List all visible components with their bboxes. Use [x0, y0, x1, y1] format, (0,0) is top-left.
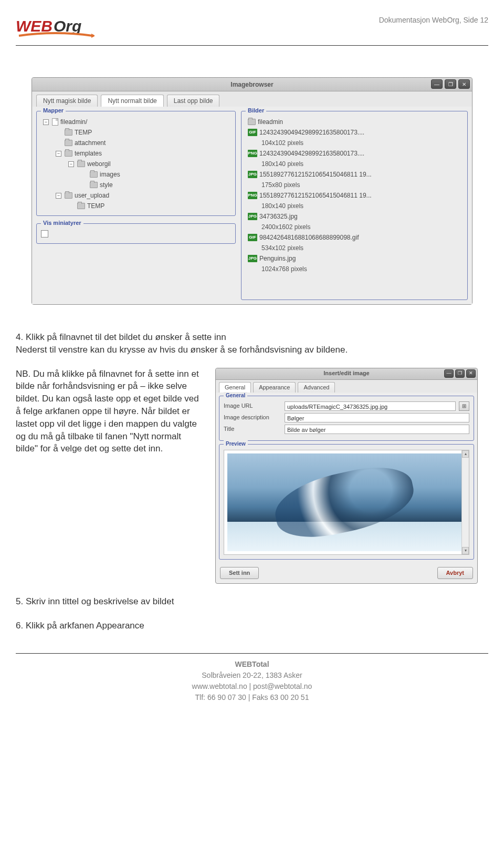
file-entry[interactable]: fileadmin: [246, 117, 463, 127]
thumbnails-checkbox[interactable]: [41, 230, 48, 238]
scroll-up-icon[interactable]: ▴: [462, 450, 469, 458]
tab-magic-image[interactable]: Nytt magisk bilde: [36, 95, 98, 107]
file-dimensions: 104x102 pixels: [248, 138, 463, 148]
folder-icon: [65, 129, 72, 136]
file-entry[interactable]: GIF98424264816881068688899098.gif534x102…: [246, 232, 463, 253]
tree-node[interactable]: images: [41, 169, 231, 180]
image-url-input[interactable]: uploads/RTEmagicC_34736325.jpg.jpg: [285, 401, 456, 411]
tree-node[interactable]: attachment: [41, 138, 231, 148]
folder-icon: [65, 192, 72, 199]
folder-icon: [77, 161, 85, 167]
gif-icon: GIF: [248, 129, 257, 136]
file-icon: [52, 118, 58, 126]
folder-tree: −fileadmin/TEMPattachment−templates−webo…: [41, 117, 231, 211]
image-title-input[interactable]: Bilde av bølger: [285, 425, 469, 434]
png-icon: PNG: [248, 192, 257, 199]
expand-icon[interactable]: −: [56, 193, 61, 199]
tab-upload-image[interactable]: Last opp bilde: [167, 95, 220, 107]
file-entry[interactable]: PNG1551892776121521065415046811 19...180…: [246, 190, 463, 211]
png-icon: PNG: [248, 150, 257, 157]
preview-panel: Preview ▴ ▾: [219, 444, 474, 560]
folder-icon: [90, 182, 98, 188]
folder-icon: [65, 150, 72, 157]
maximize-icon[interactable]: ❐: [455, 369, 465, 378]
nb-paragraph: NB. Du må klikke på filnavnet for å sett…: [16, 368, 205, 456]
close-icon[interactable]: ✕: [458, 79, 470, 89]
image-url-label: Image URL: [224, 402, 281, 410]
jpg-icon: JPG: [248, 255, 257, 262]
file-name: 1551892776121521065415046811 19...: [259, 190, 372, 201]
close-icon[interactable]: ✕: [466, 369, 476, 378]
file-entry[interactable]: JPG1551892776121521065415046811 19...175…: [246, 169, 463, 190]
step-5: 5. Skriv inn tittel og beskrivelse av bi…: [16, 595, 488, 608]
tree-label: user_upload: [75, 190, 109, 201]
image-desc-label: Image description: [224, 414, 281, 421]
tree-label: TEMP: [87, 201, 104, 211]
top-rule: [16, 45, 488, 46]
minimize-icon[interactable]: —: [431, 79, 443, 89]
bottom-rule: [16, 653, 488, 654]
tab-general[interactable]: General: [219, 382, 251, 393]
tree-label: fileadmin/: [60, 117, 87, 127]
scroll-down-icon[interactable]: ▾: [462, 547, 469, 554]
tab-advanced[interactable]: Advanced: [298, 382, 335, 393]
footer-address: Solbråveien 20-22, 1383 Asker: [16, 670, 488, 681]
general-legend: General: [224, 392, 247, 399]
preview-scrollbar[interactable]: ▴ ▾: [461, 450, 469, 554]
folders-panel: Mapper −fileadmin/TEMPattachment−templat…: [36, 111, 236, 216]
file-entry[interactable]: GIF1243243904942989921635800173....104x1…: [246, 127, 463, 148]
file-name: 1551892776121521065415046811 19...: [259, 169, 372, 180]
minimize-icon[interactable]: —: [444, 369, 454, 378]
file-entry[interactable]: PNG1243243904942989921635800173....180x1…: [246, 148, 463, 169]
insert-image-title: Insert/edit image: [323, 369, 369, 377]
tree-node[interactable]: TEMP: [41, 127, 231, 138]
folder-icon: [77, 203, 85, 209]
file-list: fileadminGIF1243243904942989921635800173…: [246, 117, 463, 274]
expand-icon[interactable]: −: [43, 119, 49, 125]
tree-node[interactable]: TEMP: [41, 201, 231, 211]
logo: WEB Org: [16, 16, 94, 41]
files-legend: Bilder: [246, 107, 266, 113]
tree-node[interactable]: −fileadmin/: [41, 117, 231, 127]
file-name: 34736325.jpg: [259, 211, 298, 222]
image-desc-input[interactable]: Bølger: [285, 413, 469, 422]
file-dimensions: 175x80 pixels: [248, 180, 463, 190]
doc-header-line: Dokumentasjon WebOrg, Side 12: [379, 16, 488, 24]
expand-icon[interactable]: −: [56, 151, 61, 157]
tree-node[interactable]: style: [41, 180, 231, 190]
file-name: fileadmin: [258, 117, 283, 127]
file-name: Penguins.jpg: [259, 253, 296, 264]
file-name: 98424264816881068688899098.gif: [259, 232, 359, 243]
folders-legend: Mapper: [41, 107, 66, 113]
svg-marker-2: [91, 34, 94, 38]
file-name: 1243243904942989921635800173....: [259, 148, 364, 159]
tree-node[interactable]: −user_upload: [41, 190, 231, 201]
browse-icon[interactable]: ⊞: [459, 401, 469, 411]
tab-appearance[interactable]: Appearance: [253, 382, 296, 393]
wave-image-icon: [227, 453, 461, 551]
expand-icon[interactable]: −: [68, 161, 74, 167]
svg-text:WEB: WEB: [16, 17, 52, 35]
file-dimensions: 1024x768 pixels: [248, 264, 463, 274]
file-dimensions: 2400x1602 pixels: [248, 222, 463, 232]
tree-label: templates: [75, 148, 102, 159]
general-panel: General Image URL uploads/RTEmagicC_3473…: [219, 396, 474, 441]
file-entry[interactable]: JPG34736325.jpg2400x1602 pixels: [246, 211, 463, 232]
step-6: 6. Klikk på arkfanen Appearance: [16, 620, 488, 632]
folder-icon: [90, 171, 98, 178]
file-entry[interactable]: JPGPenguins.jpg1024x768 pixels: [246, 253, 463, 274]
tree-node[interactable]: −templates: [41, 148, 231, 159]
image-title-label: Title: [224, 425, 281, 433]
insert-button[interactable]: Sett inn: [220, 567, 259, 579]
tab-normal-image[interactable]: Nytt normalt bilde: [101, 95, 163, 107]
maximize-icon[interactable]: ❐: [445, 79, 456, 89]
tree-label: images: [100, 169, 120, 180]
jpg-icon: JPG: [248, 171, 257, 178]
footer-name: WEBTotal: [16, 659, 488, 670]
preview-image: ▴ ▾: [224, 450, 469, 555]
thumbnails-legend: Vis miniatyrer: [41, 220, 83, 226]
tree-node[interactable]: −weborgil: [41, 159, 231, 169]
folder-icon: [248, 119, 256, 125]
cancel-button[interactable]: Avbryt: [437, 567, 473, 579]
tree-label: weborgil: [87, 159, 111, 169]
